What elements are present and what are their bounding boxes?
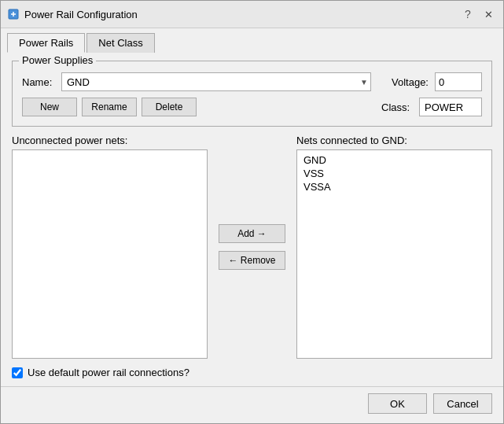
class-section: Class: — [381, 98, 482, 116]
default-connections-checkbox[interactable] — [12, 367, 23, 378]
tabs-bar: Power Rails Net Class — [1, 28, 503, 53]
app-icon — [7, 8, 20, 20]
list-item[interactable]: VSS — [300, 167, 488, 180]
unconnected-label: Unconnected power nets: — [12, 135, 208, 146]
list-item[interactable]: GND — [300, 153, 488, 167]
title-bar: Power Rail Configuration ? ✕ — [1, 1, 503, 28]
middle-buttons: Add → ← Remove — [215, 135, 289, 359]
connected-panel: Nets connected to GND: GNDVSSVSSA — [296, 135, 492, 359]
panels-area: Unconnected power nets: Add → ← Remove N… — [12, 135, 492, 359]
name-select[interactable]: GND — [61, 72, 371, 91]
title-bar-left: Power Rail Configuration — [7, 8, 138, 20]
unconnected-list[interactable] — [12, 149, 208, 359]
group-label: Power Supplies — [19, 54, 96, 66]
name-combo-wrapper: GND ▼ — [61, 72, 371, 91]
new-button[interactable]: New — [22, 98, 77, 116]
power-supplies-group: Power Supplies Name: GND ▼ Voltage: New — [12, 61, 492, 127]
checkbox-row: Use default power rail connections? — [12, 367, 492, 378]
connected-list[interactable]: GNDVSSVSSA — [296, 149, 492, 359]
footer: OK Cancel — [1, 386, 503, 423]
class-label: Class: — [381, 101, 413, 113]
checkbox-label[interactable]: Use default power rail connections? — [28, 367, 189, 378]
cancel-button[interactable]: Cancel — [433, 393, 492, 414]
add-button[interactable]: Add → — [219, 224, 285, 243]
tab-content: Power Supplies Name: GND ▼ Voltage: New — [1, 53, 503, 386]
connected-label: Nets connected to GND: — [296, 135, 492, 146]
remove-button[interactable]: ← Remove — [219, 251, 285, 270]
delete-button[interactable]: Delete — [142, 98, 197, 116]
help-button[interactable]: ? — [459, 6, 476, 23]
voltage-input[interactable] — [435, 72, 482, 91]
tab-power-rails[interactable]: Power Rails — [7, 33, 85, 53]
name-label: Name: — [22, 76, 53, 88]
list-item[interactable]: VSSA — [300, 180, 488, 194]
title-bar-right: ? ✕ — [459, 6, 497, 23]
tab-net-class[interactable]: Net Class — [86, 33, 154, 53]
rename-button[interactable]: Rename — [82, 98, 137, 116]
dialog: Power Rail Configuration ? ✕ Power Rails… — [0, 0, 504, 424]
voltage-section: Voltage: — [392, 72, 482, 91]
title-text: Power Rail Configuration — [24, 9, 138, 20]
close-button[interactable]: ✕ — [480, 6, 497, 23]
action-buttons: New Rename Delete — [22, 98, 197, 116]
unconnected-panel: Unconnected power nets: — [12, 135, 208, 359]
ok-button[interactable]: OK — [368, 393, 427, 414]
name-row: Name: GND ▼ Voltage: — [22, 72, 482, 91]
voltage-label: Voltage: — [392, 76, 429, 88]
class-input[interactable] — [419, 98, 482, 116]
